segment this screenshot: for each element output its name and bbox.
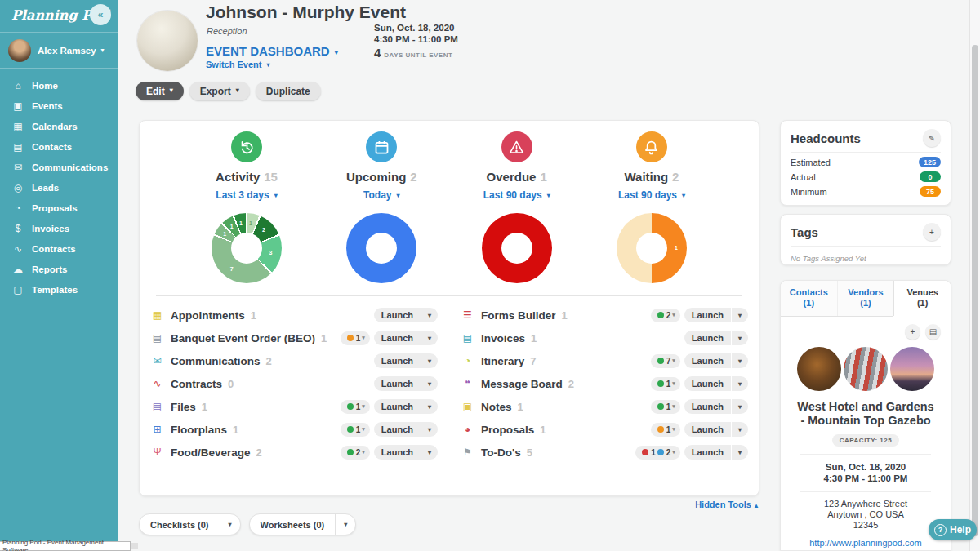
avatar[interactable] [8, 39, 31, 62]
tool-status-badge[interactable]: 1▾ [651, 400, 680, 414]
tool-status-badge[interactable]: 1▾ [341, 331, 370, 345]
edit-button[interactable]: Edit [136, 82, 184, 100]
add-tag-button[interactable]: + [923, 223, 941, 241]
sidebar-item-label: Calendars [32, 122, 78, 131]
launch-button[interactable]: Launch▾ [684, 445, 748, 460]
sidebar-item-communications[interactable]: ✉Communications [0, 157, 118, 177]
tool-status-badge[interactable]: 7▾ [651, 354, 680, 368]
chevron-down-icon[interactable]: ▾ [732, 426, 748, 433]
chevron-down-icon[interactable]: ▾ [421, 403, 438, 411]
chevron-down-icon[interactable]: ▾ [421, 380, 438, 388]
sidebar-item-leads[interactable]: ◎Leads [0, 177, 118, 198]
headcount-label: Minimum [791, 187, 827, 197]
scrollbar-thumb[interactable] [972, 45, 978, 536]
tool-name-link[interactable]: Invoices [481, 332, 525, 344]
launch-button[interactable]: Launch▾ [684, 422, 748, 437]
tool-name-link[interactable]: Files [171, 401, 196, 413]
chevron-down-icon[interactable]: ▾ [732, 312, 748, 319]
sidebar-item-proposals[interactable]: ◔Proposals [0, 198, 118, 218]
tool-name-link[interactable]: Floorplans [171, 424, 227, 436]
add-venue-button[interactable]: + [905, 324, 920, 340]
launch-button[interactable]: Launch▾ [374, 422, 438, 437]
tab-label: Contacts [781, 287, 837, 298]
kpi-filter-dropdown[interactable]: Last 90 days [483, 189, 550, 201]
sidebar-item-events[interactable]: ▣Events [0, 96, 118, 116]
sidebar-item-calendars[interactable]: ▦Calendars [0, 116, 118, 136]
launch-button[interactable]: Launch▾ [684, 376, 748, 391]
tool-status-badge[interactable]: 1▾ [651, 423, 680, 437]
tool-status-badge[interactable]: 1▾ [341, 400, 370, 414]
chevron-down-icon[interactable]: ▾ [336, 521, 355, 528]
launch-button[interactable]: Launch▾ [374, 445, 438, 460]
tool-status-badge[interactable]: 12▾ [635, 446, 680, 460]
duplicate-button[interactable]: Duplicate [256, 82, 321, 100]
tab-vendors[interactable]: Vendors(1) [837, 281, 894, 316]
launch-button[interactable]: Launch▾ [374, 376, 438, 391]
tool-status-badge[interactable]: 1▾ [651, 377, 680, 391]
hidden-tools-link[interactable]: Hidden Tools [139, 500, 758, 509]
launch-button[interactable]: Launch▾ [684, 399, 748, 414]
export-button[interactable]: Export [189, 82, 250, 100]
launch-button[interactable]: Launch▾ [374, 331, 438, 345]
chevron-down-icon[interactable]: ▾ [421, 426, 438, 433]
launch-button[interactable]: Launch▾ [374, 353, 438, 368]
tool-name-link[interactable]: Communications [171, 355, 261, 367]
sidebar-item-reports[interactable]: ☁Reports [0, 259, 118, 279]
chevron-down-icon[interactable]: ▾ [421, 312, 438, 319]
launch-button[interactable]: Launch▾ [374, 308, 438, 322]
sidebar-item-templates[interactable]: ▢Templates [0, 279, 118, 300]
chevron-down-icon[interactable]: ▾ [421, 335, 438, 342]
venue-document-button[interactable]: ▤ [925, 324, 941, 340]
sidebar-collapse-button[interactable]: « [90, 4, 111, 25]
tool-name-link[interactable]: Notes [481, 401, 512, 413]
status-dot [347, 449, 354, 455]
sidebar-item-invoices[interactable]: $Invoices [0, 218, 118, 238]
tool-name-link[interactable]: Proposals [481, 424, 534, 436]
chevron-down-icon: ▾ [101, 47, 105, 54]
tool-status-badge[interactable]: 2▾ [651, 309, 680, 322]
hidden-tool-button[interactable]: Checklists (0)▾ [139, 513, 241, 535]
venue-photo[interactable] [797, 347, 841, 391]
edit-headcounts-button[interactable]: ✎ [923, 129, 941, 147]
kpi-filter-dropdown[interactable]: Last 3 days [216, 189, 277, 201]
sidebar-item-contracts[interactable]: ∿Contracts [0, 238, 118, 259]
tool-name-link[interactable]: Appointments [171, 309, 245, 322]
kpi-filter-dropdown[interactable]: Last 90 days [618, 189, 685, 201]
tool-name-link[interactable]: Forms Builder [481, 309, 556, 322]
tool-name-link[interactable]: Food/Beverage [171, 447, 251, 459]
sidebar-item-home[interactable]: ⌂Home [0, 75, 118, 96]
chevron-down-icon[interactable]: ▾ [732, 358, 748, 365]
tool-status-badge[interactable]: 2▾ [341, 446, 370, 460]
event-dashboard-dropdown[interactable]: EVENT DASHBOARD [206, 44, 338, 58]
chevron-down-icon[interactable]: ▾ [421, 449, 438, 456]
tool-name-link[interactable]: Itinerary [481, 355, 524, 367]
chevron-down-icon[interactable]: ▾ [220, 521, 240, 528]
launch-button[interactable]: Launch▾ [374, 399, 438, 414]
sidebar-item-contacts[interactable]: ▤Contacts [0, 136, 118, 157]
user-profile[interactable]: Alex Ramsey ▾ [0, 32, 118, 69]
venue-website-link[interactable]: http://www.planningpod.com [787, 537, 944, 549]
venue-photo[interactable] [890, 347, 934, 391]
communications-icon: ✉ [150, 355, 164, 367]
launch-button[interactable]: Launch▾ [684, 353, 748, 368]
tool-name-link[interactable]: Banquet Event Order (BEO) [171, 332, 315, 344]
switch-event-dropdown[interactable]: Switch Event [206, 60, 270, 69]
help-button[interactable]: ? Help [929, 519, 977, 540]
tab-venues[interactable]: Venues(1) [893, 281, 951, 316]
launch-button[interactable]: Launch▾ [684, 331, 748, 345]
launch-button[interactable]: Launch▾ [684, 308, 748, 322]
hidden-tool-button[interactable]: Worksheets (0)▾ [249, 513, 357, 535]
kpi-filter-dropdown[interactable]: Today [363, 189, 399, 201]
tool-status-badge[interactable]: 1▾ [341, 423, 370, 437]
chevron-down-icon[interactable]: ▾ [732, 449, 748, 456]
chevron-down-icon[interactable]: ▾ [732, 335, 748, 342]
scrollbar[interactable] [969, 0, 980, 551]
tool-name-link[interactable]: Contracts [171, 378, 222, 390]
chevron-down-icon[interactable]: ▾ [732, 380, 748, 388]
tool-name-link[interactable]: Message Board [481, 378, 563, 390]
tab-contacts[interactable]: Contacts(1) [781, 281, 837, 316]
chevron-down-icon[interactable]: ▾ [421, 358, 438, 365]
chevron-down-icon[interactable]: ▾ [732, 403, 748, 411]
tool-name-link[interactable]: To-Do's [481, 447, 521, 459]
venue-photo[interactable] [844, 347, 888, 391]
